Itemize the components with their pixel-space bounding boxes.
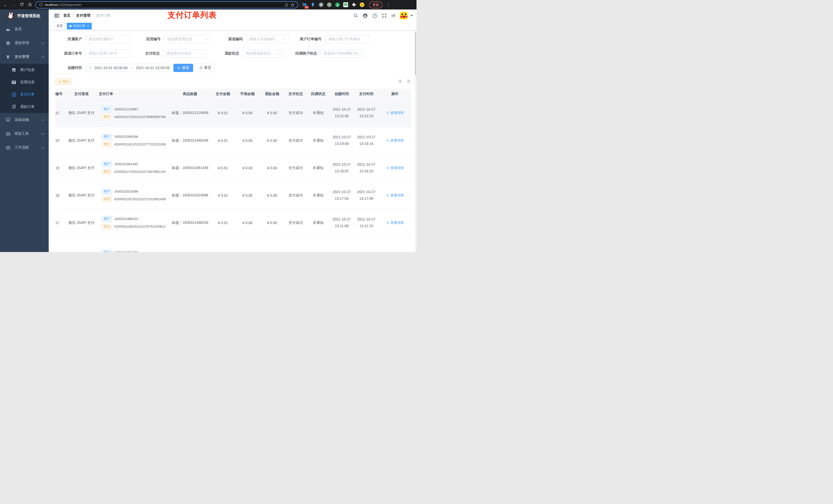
search-icon[interactable] bbox=[353, 13, 358, 18]
channel-order-no: 4200001174202110278060590766 bbox=[114, 115, 166, 119]
filter-app: 应用编号 请选择应用信息 bbox=[143, 35, 210, 43]
view-details-link[interactable]: 查看详情 bbox=[386, 138, 404, 143]
hamburger-icon[interactable] bbox=[54, 14, 59, 18]
cell-channel: 微信 JSAPI 支付 bbox=[66, 209, 97, 236]
col-amount: 支付金额 bbox=[211, 89, 235, 99]
sidebar-item-infra[interactable]: 基础设施 bbox=[0, 113, 49, 127]
show-search-button[interactable] bbox=[398, 79, 403, 84]
ext-diamond-icon[interactable]: 10 bbox=[302, 2, 307, 7]
back-icon[interactable]: ← bbox=[3, 3, 8, 7]
app-select[interactable]: 请选择应用信息 bbox=[164, 35, 210, 43]
fullscreen-icon[interactable] bbox=[382, 13, 387, 18]
search-button[interactable]: 搜索 bbox=[173, 64, 193, 72]
ext-emoji-icon[interactable] bbox=[360, 2, 364, 7]
chevron-down-icon bbox=[278, 52, 282, 55]
ext-gem-icon[interactable] bbox=[310, 2, 315, 7]
sidebar-item-refund-order[interactable]: 退款订单 bbox=[0, 101, 49, 113]
merchant-tag: 商户 bbox=[101, 189, 112, 195]
ext-chat-icon[interactable] bbox=[343, 2, 348, 7]
table-header-row: 编号 支付渠道 支付订单 商品标题 支付金额 手续金额 退款金额 支付状态 回调… bbox=[55, 89, 411, 99]
reset-button[interactable]: 重置 bbox=[196, 64, 215, 72]
yen-circle-icon: ¥ bbox=[11, 93, 17, 97]
browser-menu-icon[interactable]: ⋮ bbox=[386, 3, 390, 7]
sidebar-item-home[interactable]: 首页 bbox=[0, 22, 49, 36]
sidebar-item-label: 商户信息 bbox=[20, 68, 34, 72]
ext-record-icon[interactable] bbox=[327, 2, 332, 7]
sidebar-item-app-info[interactable]: 应用信息 bbox=[0, 76, 49, 88]
avatar[interactable] bbox=[400, 12, 407, 20]
notify-status-select[interactable]: 请选择订单回调商户状态 bbox=[320, 49, 365, 57]
tab-home[interactable]: 首页 bbox=[54, 23, 65, 29]
filter-row-2: 渠道订单号 请输入渠道订单号 支付状态 请选择支付状态 退款状态 bbox=[55, 49, 411, 57]
field-label: 支付状态 bbox=[142, 51, 160, 56]
date-range-input[interactable]: 2021-10-01 00:00:00 - 2021-10-31 23:59:5… bbox=[86, 64, 170, 72]
ext-puzzle-icon[interactable] bbox=[352, 2, 356, 7]
channel-code-select[interactable]: 请输入渠道编码 bbox=[246, 35, 289, 43]
font-size-icon[interactable]: ᴛT bbox=[391, 14, 396, 18]
pay-tag: 支付 bbox=[101, 169, 112, 175]
merchant-input[interactable]: 请选择所属商户 bbox=[86, 35, 132, 43]
sidebar-logo[interactable]: 芋道管理系统 bbox=[0, 9, 49, 22]
sidebar-item-payment[interactable]: ¥ 支付管理 bbox=[0, 50, 49, 64]
col-actions: 操作 bbox=[379, 89, 411, 99]
view-details-link[interactable]: 查看详情 bbox=[386, 220, 404, 225]
sidebar-item-system[interactable]: 系统管理 bbox=[0, 36, 49, 50]
sidebar-item-devtools[interactable]: 研发工具 bbox=[0, 127, 49, 141]
refund-status-select[interactable]: 请选择退款状态 bbox=[243, 49, 285, 57]
bookmark-star-icon[interactable] bbox=[290, 3, 294, 7]
cell-id: 19 bbox=[55, 154, 66, 182]
breadcrumb-home[interactable]: 首页 bbox=[63, 13, 70, 18]
share-icon[interactable] bbox=[285, 3, 288, 7]
sidebar-item-merchant-info[interactable]: 商户信息 bbox=[0, 64, 49, 76]
ext-badge: 10 bbox=[305, 6, 309, 9]
date-start: 2021-10-01 00:00:00 bbox=[94, 66, 127, 70]
merchant-order-no: 1635312124657 bbox=[114, 107, 138, 111]
export-button[interactable]: 导出 bbox=[55, 78, 71, 85]
table-row[interactable]: 17 微信 JSAPI 支付 商户1635311468233 支付4200001… bbox=[55, 209, 411, 236]
site-info-icon[interactable] bbox=[39, 3, 43, 7]
close-icon[interactable]: ✕ bbox=[87, 24, 89, 28]
view-details-label: 查看详情 bbox=[390, 166, 404, 170]
table-row[interactable]: 20 微信 JSAPI 支付 商户1635311949168 支付4200001… bbox=[55, 127, 411, 154]
window-scrollbar[interactable] bbox=[415, 30, 416, 252]
ext-y-icon[interactable]: y bbox=[335, 2, 340, 7]
view-details-link[interactable]: 查看详情 bbox=[386, 166, 404, 170]
view-details-link[interactable]: 查看详情 bbox=[386, 193, 404, 198]
pay-status-select[interactable]: 请选择支付状态 bbox=[163, 49, 207, 57]
table-row[interactable]: 19 微信 JSAPI 支付 商户1635311881440 支付4200001… bbox=[55, 154, 411, 182]
refresh-button[interactable] bbox=[406, 79, 411, 84]
url-bar[interactable]: localhost:1024/pay/order bbox=[35, 1, 298, 8]
cell-channel: 微信 JSAPI 支付 bbox=[66, 154, 97, 182]
table-row[interactable]: 21 微信 JSAPI 支付 商户1635312124657 支付4200001… bbox=[55, 99, 411, 127]
cell-created: 2021-10-2713:19:09 bbox=[329, 127, 354, 154]
cell-channel: 微信 JSAPI 支付 bbox=[66, 182, 97, 209]
merchant-order-no: 1635311468233 bbox=[114, 217, 138, 221]
cell-paid: 2021-10-2713:19:15 bbox=[354, 127, 379, 154]
help-icon[interactable]: ? bbox=[372, 13, 377, 18]
reload-icon[interactable] bbox=[19, 2, 25, 7]
caret-down-icon[interactable] bbox=[410, 15, 413, 16]
channel-order-no: 4200001181202110277723215336 bbox=[114, 142, 166, 146]
cell-fee: ¥ 0.00 bbox=[235, 99, 260, 127]
cell-fee: ¥ 0.00 bbox=[235, 209, 260, 236]
sidebar-item-label: 工作流程 bbox=[15, 145, 29, 150]
sidebar-item-pay-order[interactable]: ¥ 支付订单 bbox=[0, 88, 49, 101]
forward-icon[interactable]: → bbox=[11, 3, 16, 7]
merchant-order-no-input[interactable]: 请输入商户订单编号 bbox=[325, 35, 370, 43]
scrollbar-thumb[interactable] bbox=[415, 31, 416, 75]
table-row-partial[interactable]: 商户1635311951796 bbox=[55, 236, 411, 252]
home-icon[interactable] bbox=[27, 2, 33, 7]
github-icon[interactable] bbox=[363, 13, 368, 18]
browser-update-button[interactable]: 更新 bbox=[369, 1, 382, 8]
cell-amount: ¥ 0.01 bbox=[211, 127, 235, 154]
tab-pay-order[interactable]: 支付订单 ✕ bbox=[67, 23, 92, 29]
breadcrumb-payment[interactable]: 支付管理 bbox=[76, 13, 90, 18]
sidebar-item-workflow[interactable]: 工作流程 bbox=[0, 141, 49, 154]
channel-order-no-input[interactable]: 请输入渠道订单号 bbox=[86, 49, 130, 57]
tab-label: 支付订单 bbox=[73, 24, 85, 28]
view-details-link[interactable]: 查看详情 bbox=[386, 111, 404, 115]
table-row[interactable]: 18 微信 JSAPI 支付 商户1635311823086 支付4200001… bbox=[55, 182, 411, 209]
cell-id: 21 bbox=[55, 99, 66, 127]
ext-command-icon[interactable]: ⌘ bbox=[319, 2, 324, 7]
placeholder: 请输入渠道编码 bbox=[249, 37, 282, 42]
